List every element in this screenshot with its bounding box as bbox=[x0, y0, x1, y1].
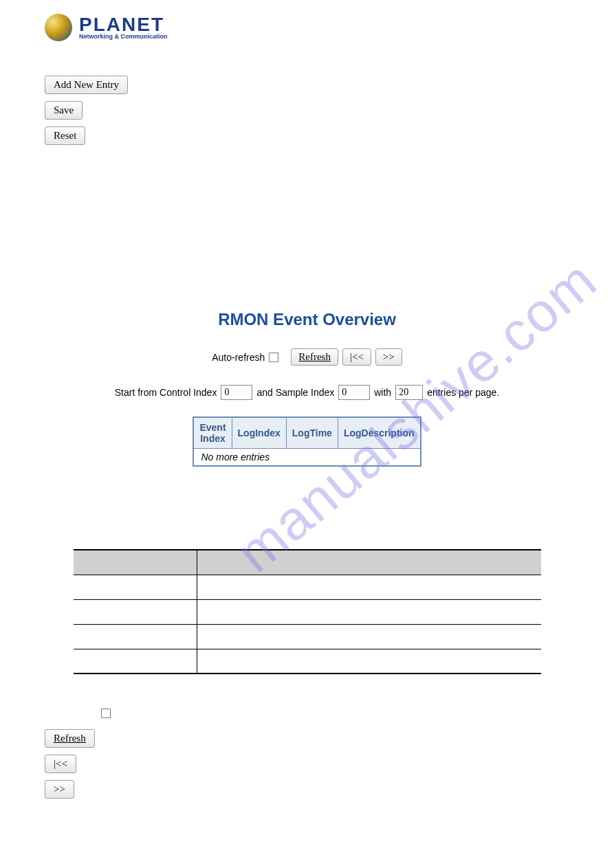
desc-row bbox=[74, 575, 541, 599]
control-index-input[interactable] bbox=[221, 385, 252, 400]
auto-refresh-label: Auto-refresh bbox=[212, 352, 265, 363]
planet-logo-icon bbox=[45, 14, 72, 41]
refresh-button[interactable]: Refresh bbox=[291, 348, 338, 366]
controls-row-2: Start from Control Index and Sample Inde… bbox=[115, 385, 499, 400]
col-log-description: LogDescription bbox=[338, 417, 420, 449]
first-page-button[interactable]: |<< bbox=[342, 348, 371, 366]
logo-text: PLANET Networking & Communication bbox=[79, 15, 168, 40]
desc-row bbox=[74, 649, 541, 674]
auto-refresh-checkbox[interactable] bbox=[269, 353, 278, 362]
bottom-checkbox-row bbox=[45, 709, 614, 718]
logo-area: PLANET Networking & Communication bbox=[0, 0, 614, 41]
overview-section: RMON Event Overview Auto-refresh Refresh… bbox=[0, 310, 614, 467]
bottom-checkbox[interactable] bbox=[101, 709, 111, 718]
entries-label: entries per page. bbox=[427, 387, 499, 398]
with-label: with bbox=[374, 387, 391, 398]
page-title: RMON Event Overview bbox=[0, 310, 614, 329]
logo-sub-text: Networking & Communication bbox=[79, 33, 168, 40]
sample-index-input[interactable] bbox=[338, 385, 370, 400]
save-button[interactable]: Save bbox=[45, 101, 83, 120]
desc-row bbox=[74, 624, 541, 649]
event-overview-table: EventIndex LogIndex LogTime LogDescripti… bbox=[193, 416, 421, 467]
add-new-entry-button[interactable]: Add New Entry bbox=[45, 76, 128, 94]
top-button-group: Add New Entry Save Reset bbox=[0, 41, 614, 145]
bottom-button-group: Refresh |<< >> bbox=[45, 729, 614, 799]
sample-index-label: and Sample Index bbox=[256, 387, 334, 398]
empty-message: No more entries bbox=[193, 449, 420, 467]
entries-per-page-input[interactable] bbox=[395, 385, 423, 400]
bottom-refresh-button[interactable]: Refresh bbox=[45, 729, 95, 748]
bottom-next-button[interactable]: >> bbox=[45, 780, 74, 799]
desc-row bbox=[74, 599, 541, 624]
bottom-first-button[interactable]: |<< bbox=[45, 755, 76, 773]
next-page-button[interactable]: >> bbox=[375, 348, 402, 366]
start-control-label: Start from Control Index bbox=[115, 387, 217, 398]
controls-row-1: Auto-refresh Refresh |<< >> bbox=[212, 348, 402, 366]
col-log-index: LogIndex bbox=[232, 417, 286, 449]
col-log-time: LogTime bbox=[286, 417, 338, 449]
description-table bbox=[74, 549, 541, 674]
desc-header-row bbox=[74, 550, 541, 575]
bottom-area: Refresh |<< >> bbox=[0, 674, 614, 799]
col-event-index: EventIndex bbox=[193, 417, 232, 449]
reset-button[interactable]: Reset bbox=[45, 126, 85, 145]
logo-main-text: PLANET bbox=[79, 15, 168, 34]
